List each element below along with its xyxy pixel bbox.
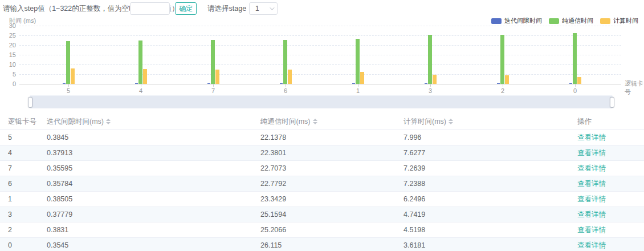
cell-gap-time: 0.3845 — [47, 133, 260, 141]
cell-gap-time: 0.38505 — [47, 195, 260, 203]
view-details-link[interactable]: 查看详情 — [577, 195, 606, 203]
legend-item-迭代间隙时间[interactable]: 迭代间隙时间 — [491, 17, 542, 25]
cell-card-id: 7 — [8, 164, 47, 172]
confirm-button[interactable]: 确定 — [175, 2, 197, 15]
view-details-link[interactable]: 查看详情 — [577, 180, 606, 188]
column-header: 逻辑卡号 — [8, 117, 47, 127]
cell-card-id: 1 — [8, 195, 47, 203]
legend-item-纯通信时间[interactable]: 纯通信时间 — [549, 17, 593, 25]
x-category-label: 1 — [347, 87, 369, 94]
bar-计算时间 — [505, 75, 509, 84]
table-row: 10.3850523.34296.2496查看详情 — [0, 192, 644, 207]
step-input[interactable] — [130, 2, 170, 15]
bar-迭代间隙时间 — [63, 83, 66, 84]
top-controls: 请输入step值（1~322的正整数，值为空时展示平均值） 确定 请选择stag… — [0, 0, 644, 17]
x-axis-tick — [430, 84, 431, 87]
y-tick-label: 5 — [0, 71, 16, 78]
cell-card-id: 4 — [8, 149, 47, 157]
bar-group — [207, 40, 219, 84]
x-category-label: 0 — [564, 87, 586, 94]
x-category-label: 2 — [491, 87, 514, 94]
legend-marker-icon — [600, 18, 610, 24]
cell-gap-time: 0.37779 — [47, 210, 260, 218]
x-axis-tick — [213, 84, 214, 87]
gridline — [19, 74, 621, 75]
cell-action: 查看详情 — [577, 179, 644, 189]
cell-gap-time: 0.35595 — [47, 164, 260, 172]
bar-纯通信时间 — [211, 40, 215, 84]
bar-group — [63, 41, 75, 84]
legend-label: 纯通信时间 — [562, 17, 593, 25]
cell-compute-time: 7.2388 — [403, 180, 577, 188]
bar-计算时间 — [288, 70, 292, 84]
view-details-link[interactable]: 查看详情 — [577, 226, 606, 234]
legend-label: 迭代间隙时间 — [504, 17, 542, 25]
cell-action: 查看详情 — [577, 133, 644, 143]
gridline — [19, 26, 621, 26]
view-details-link[interactable]: 查看详情 — [577, 133, 606, 141]
cell-card-id: 3 — [8, 210, 47, 218]
cell-comm-time: 23.3429 — [260, 195, 403, 203]
cell-comm-time: 25.2066 — [260, 226, 403, 234]
metrics-table: 逻辑卡号迭代间隙时间(ms)纯通信时间(ms)计算时间(ms)操作 50.384… — [0, 114, 644, 251]
x-axis-line — [19, 84, 621, 84]
datazoom-slider[interactable] — [30, 95, 613, 108]
sort-icon[interactable] — [449, 119, 453, 124]
column-header: 纯通信时间(ms) — [260, 117, 403, 127]
legend-label: 计算时间 — [613, 17, 638, 25]
legend-item-计算时间[interactable]: 计算时间 — [600, 17, 638, 25]
cell-compute-time: 4.5198 — [403, 226, 577, 234]
gridline — [19, 64, 621, 65]
column-header: 计算时间(ms) — [403, 117, 577, 127]
bar-计算时间 — [71, 68, 75, 84]
x-axis-tick — [141, 84, 141, 87]
table-row: 00.354526.1153.6181查看详情 — [0, 238, 644, 251]
bar-group — [569, 33, 581, 84]
gridline — [19, 45, 621, 46]
cell-comm-time: 22.1378 — [260, 133, 403, 141]
bar-迭代间隙时间 — [425, 83, 427, 84]
cell-compute-time: 6.2496 — [403, 195, 577, 203]
cell-comm-time: 22.7073 — [260, 164, 403, 172]
cell-compute-time: 4.7419 — [403, 210, 577, 218]
cell-compute-time: 7.6277 — [403, 149, 577, 157]
y-tick-label: 0 — [0, 80, 16, 87]
bar-纯通信时间 — [573, 33, 577, 84]
bar-纯通信时间 — [138, 41, 142, 84]
bar-计算时间 — [360, 72, 364, 84]
column-header-label: 计算时间(ms) — [403, 117, 446, 127]
cell-compute-time: 7.996 — [403, 133, 577, 141]
view-details-link[interactable]: 查看详情 — [577, 149, 606, 157]
datazoom-handle-right[interactable] — [610, 97, 614, 108]
bar-计算时间 — [577, 77, 581, 84]
bar-group — [135, 41, 147, 84]
gridline — [19, 55, 621, 55]
cell-action: 查看详情 — [577, 164, 644, 173]
sort-icon[interactable] — [313, 119, 317, 124]
bar-计算时间 — [143, 69, 147, 84]
cell-compute-time: 3.6181 — [403, 241, 577, 249]
table-row: 20.383125.20664.5198查看详情 — [0, 222, 644, 238]
x-category-label: 5 — [57, 87, 80, 94]
page: 请输入step值（1~322的正整数，值为空时展示平均值） 确定 请选择stag… — [0, 0, 644, 251]
bar-纯通信时间 — [283, 40, 287, 84]
datazoom-handle-left[interactable] — [28, 97, 32, 108]
cell-card-id: 0 — [8, 241, 47, 249]
bar-纯通信时间 — [500, 35, 504, 84]
cell-gap-time: 0.3545 — [47, 241, 260, 249]
x-axis-tick — [286, 84, 286, 87]
bar-group — [352, 39, 364, 84]
x-category-label: 4 — [129, 87, 152, 94]
stage-select[interactable]: 1 — [249, 2, 278, 15]
x-axis-tick — [68, 84, 69, 87]
view-details-link[interactable]: 查看详情 — [577, 164, 606, 172]
view-details-link[interactable]: 查看详情 — [577, 241, 606, 249]
x-axis-tick — [358, 84, 358, 87]
y-tick-label: 30 — [0, 22, 16, 29]
sort-icon[interactable] — [106, 119, 111, 124]
cell-comm-time: 22.7792 — [260, 180, 403, 188]
bar-纯通信时间 — [356, 39, 360, 84]
bar-计算时间 — [433, 75, 437, 84]
bar-迭代间隙时间 — [569, 83, 572, 84]
view-details-link[interactable]: 查看详情 — [577, 210, 606, 218]
